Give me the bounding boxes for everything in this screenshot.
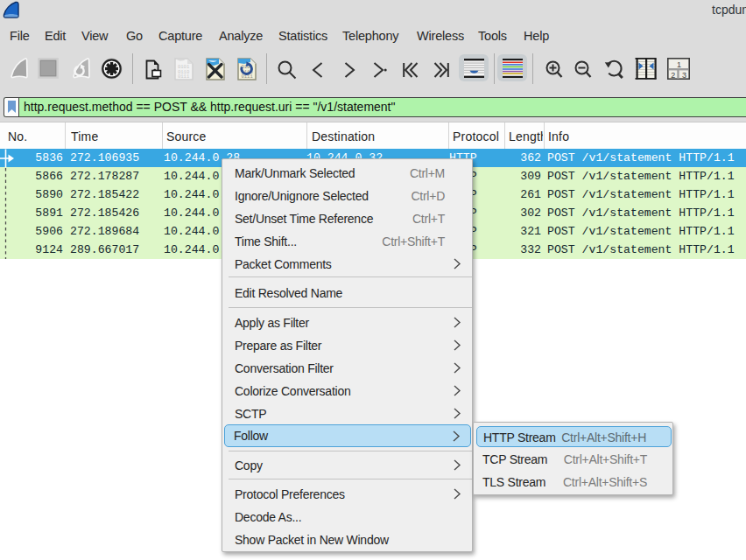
svg-text:2: 2 [671, 71, 675, 80]
svg-text:1: 1 [677, 60, 681, 69]
svg-text:0111: 0111 [178, 74, 190, 80]
svg-text:3: 3 [682, 71, 686, 80]
